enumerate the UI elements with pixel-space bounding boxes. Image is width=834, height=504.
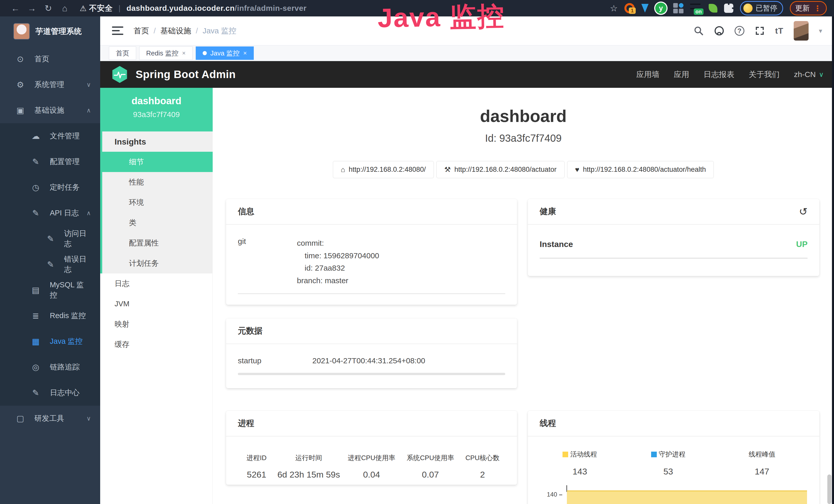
instance-sidebar: dashboard 93a3fc7f7409 Insights 细节 性能 环境… [100,88,213,504]
tab-redis-monitor[interactable]: Redis 监控 × [139,46,193,60]
tab-home[interactable]: 首页 [109,46,136,60]
insights-item-config-props[interactable]: 配置属性 [102,233,213,253]
sidebar-item-mappings[interactable]: 映射 [100,314,213,334]
pid-header: 进程ID [238,453,275,462]
sidebar-collapse-icon[interactable] [112,26,123,35]
sba-nav-wallboard[interactable]: 应用墙 [636,69,659,80]
sidebar-item-access-logs[interactable]: ✎ 访问日志 [0,226,100,252]
chevron-down-icon: ∨ [86,81,91,88]
github-icon[interactable] [714,26,724,36]
instance-app-name: dashboard [100,95,213,107]
sidebar-item-tracing[interactable]: ◎ 链路追踪 [0,354,100,380]
extension-colorzilla-icon[interactable]: 1 [624,3,635,13]
log-icon: ✎ [45,234,56,244]
browser-update-button[interactable]: 更新 ⋮ [790,1,827,16]
browser-menu-icon[interactable]: ⋮ [814,4,821,13]
extension-pin-icon[interactable] [641,4,649,13]
sidebar-item-infrastructure[interactable]: ▣ 基础设施 ∧ [0,97,100,123]
window-right-edge [832,17,834,504]
sidebar-item-api-logs[interactable]: ✎ API 日志 ∧ [0,200,100,226]
annotation-java-monitor: Java 监控 [377,0,505,37]
sidebar-item-redis-monitor[interactable]: ≣ Redis 监控 [0,303,100,329]
active-threads-area-series [567,490,807,504]
edit-icon: ✎ [30,157,42,167]
sidebar-item-mysql-monitor[interactable]: ▤ MySQL 监控 [0,277,100,303]
app-logo-row[interactable]: 芋道管理系统 [0,17,100,46]
page-title: dashboard [213,106,834,126]
language-selector[interactable]: zh-CN ∨ [794,70,824,79]
close-icon[interactable]: × [243,49,247,57]
sba-nav-applications[interactable]: 应用 [674,69,689,80]
insights-item-details[interactable]: 细节 [102,152,213,172]
insights-item-metrics[interactable]: 性能 [102,172,213,192]
chevron-up-icon: ∧ [86,107,91,114]
health-url-button[interactable]: ♥ http://192.168.0.2:48080/actuator/heal… [567,161,714,178]
tab-bar: 首页 Redis 监控 × Java 监控 × [100,45,834,61]
insights-section-title: Insights [102,132,213,152]
tab-java-monitor[interactable]: Java 监控 × [196,46,254,60]
instance-id-subtitle: Id: 93a3fc7f7409 [213,133,834,144]
sidebar-item-scheduled-tasks[interactable]: ◷ 定时任务 [0,175,100,200]
insights-item-classes[interactable]: 类 [102,212,213,233]
sba-nav-journal[interactable]: 日志报表 [704,69,734,80]
sidebar-item-jvm[interactable]: JVM [100,294,213,314]
sba-nav-about[interactable]: 关于我们 [749,69,780,80]
font-size-icon[interactable]: tT [775,26,784,36]
bookmark-star-icon[interactable]: ☆ [610,3,618,13]
help-icon[interactable]: ? [734,26,744,36]
reload-icon[interactable]: ↻ [40,3,57,13]
fullscreen-icon[interactable] [755,26,765,36]
chevron-up-icon: ∧ [86,209,91,217]
active-threads-value: 143 [540,466,620,477]
user-avatar[interactable] [794,21,809,41]
log-icon: ✎ [45,259,56,269]
sba-brand[interactable]: Spring Boot Admin [110,65,236,84]
sidebar-item-logs[interactable]: 日志 [100,273,213,294]
close-icon[interactable]: × [182,49,186,57]
sidebar-item-system[interactable]: ⚙ 系统管理 ∨ [0,72,100,97]
forward-icon[interactable]: → [24,3,40,13]
search-icon[interactable] [694,26,704,36]
scrollbar-thumb[interactable] [827,475,831,504]
insights-item-environment[interactable]: 环境 [102,192,213,212]
peak-threads-label: 线程峰值 [749,450,775,459]
back-icon[interactable]: ← [7,3,24,13]
user-menu-caret-icon[interactable]: ▾ [819,27,822,35]
extension-grid-icon[interactable] [673,3,683,13]
extension-y-icon[interactable]: y [655,3,666,14]
sidebar-item-error-logs[interactable]: ✎ 错误日志 [0,252,100,277]
sidebar-item-dev-tools[interactable]: ▢ 研发工具 ∨ [0,406,100,431]
history-icon[interactable]: ↺ [799,206,808,217]
insights-item-scheduled-tasks[interactable]: 计划任务 [102,253,213,273]
sidebar-item-java-monitor[interactable]: ▦ Java 监控 [0,329,100,354]
system-cpu-value: 0.07 [401,469,460,480]
extensions-puzzle-icon[interactable] [724,4,733,13]
extension-leaf-icon[interactable] [709,4,717,13]
app-logo-image [13,23,30,40]
sidebar-item-file-mgmt[interactable]: ☁ 文件管理 [0,123,100,149]
dashboard-icon: ⊙ [14,54,26,64]
instance-links: ⌂ http://192.168.0.2:48080/ ⚒ http://192… [213,161,834,178]
home-icon[interactable]: ⌂ [57,3,73,13]
paused-extension-pill[interactable]: 已暂停 [740,1,783,16]
layers-icon: ≣ [30,311,42,321]
instance-header: dashboard 93a3fc7f7409 [100,88,213,132]
breadcrumb-home[interactable]: 首页 [134,26,149,36]
sidebar-item-home[interactable]: ⊙ 首页 [0,46,100,72]
sidebar-item-caches[interactable]: 缓存 [100,334,213,354]
startup-label: startup [238,357,312,365]
log-icon: ✎ [30,388,42,398]
ytick-140: 140 [547,491,562,498]
sba-title: Spring Boot Admin [136,68,236,81]
actuator-url-button[interactable]: ⚒ http://192.168.0.2:48080/actuator [436,161,565,178]
instance-id: 93a3fc7f7409 [100,110,213,119]
health-icon: ♥ [575,166,579,174]
breadcrumb-infrastructure[interactable]: 基础设施 [160,26,191,36]
extension-area: ☆ 1 y on 已暂停 更新 ⋮ [610,1,827,16]
sidebar-item-config-mgmt[interactable]: ✎ 配置管理 [0,149,100,175]
service-url-button[interactable]: ⌂ http://192.168.0.2:48080/ [333,161,434,178]
sidebar-item-log-center[interactable]: ✎ 日志中心 [0,380,100,406]
instance-health-row[interactable]: Instance UP [540,237,808,258]
address-bar[interactable]: 不安全 | dashboard.yudao.iocoder.cn/infra/a… [89,3,307,14]
extension-on-icon[interactable]: on [690,3,702,13]
